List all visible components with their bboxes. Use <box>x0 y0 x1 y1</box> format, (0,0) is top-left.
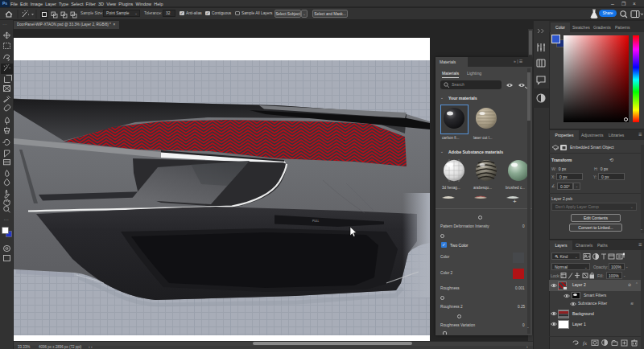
svg-text:…: … <box>4 216 10 221</box>
svg-text:PULL: PULL <box>312 220 320 223</box>
svg-text:fx: fx <box>583 340 588 347</box>
